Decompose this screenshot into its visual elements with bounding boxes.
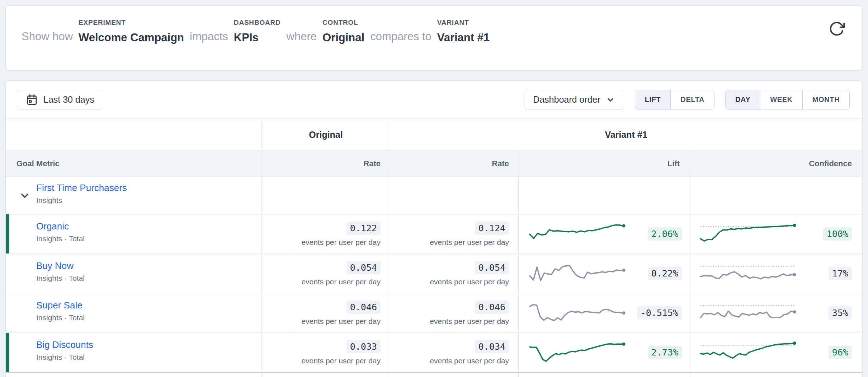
significance-bar <box>6 214 9 253</box>
table-row-organic: Organic Insights · Total 0.122 events pe… <box>6 214 862 253</box>
experiment-label: EXPERIMENT <box>79 19 126 27</box>
table-row-buy-now: Buy Now Insights · Total 0.054 events pe… <box>6 253 862 293</box>
column-header-lift: Lift <box>518 151 689 176</box>
variant-rate-cell: 0.046 events per user per day <box>390 293 518 332</box>
lift-value: -0.515% <box>637 306 682 320</box>
lift-cell: -0.515% <box>518 293 689 332</box>
rate-units: events per user per day <box>301 278 381 286</box>
table-row-big-discounts: Big Discounts Insights · Total 0.033 eve… <box>6 332 862 372</box>
column-header-variant-rate: Rate <box>390 151 518 176</box>
dashboard-selector-group: DASHBOARD KPIs <box>234 19 281 44</box>
sentence-impacts: impacts <box>190 30 228 44</box>
date-range-button[interactable]: Last 30 days <box>17 90 103 110</box>
dashboard-order-dropdown[interactable]: Dashboard order <box>524 90 624 110</box>
dashboard-order-label: Dashboard order <box>533 94 600 105</box>
metric-name-link[interactable]: Big Discounts <box>36 339 93 350</box>
control-column-header: Original <box>261 119 390 150</box>
toolbar-right-group: Dashboard order LIFT DELTA DAY WEEK MONT… <box>524 90 850 110</box>
lift-delta-toggle: LIFT DELTA <box>635 90 714 110</box>
toggle-option-day[interactable]: DAY <box>726 90 760 110</box>
variant-selector-group: VARIANT Variant #1 <box>437 19 490 44</box>
toggle-option-lift[interactable]: LIFT <box>635 90 671 110</box>
dashboard-label: DASHBOARD <box>234 19 281 27</box>
empty-cell <box>261 373 390 377</box>
collapse-group-button[interactable] <box>18 189 32 203</box>
experiment-value[interactable]: Welcome Campaign <box>79 31 184 44</box>
rate-units: events per user per day <box>301 357 381 365</box>
empty-cell <box>689 177 862 214</box>
metrics-table: Original Variant #1 Goal Metric Rate Rat… <box>6 118 862 377</box>
lift-sparkline <box>528 299 626 327</box>
experiment-selector-group: EXPERIMENT Welcome Campaign <box>79 19 184 44</box>
lift-cell: 2.06% <box>518 214 689 253</box>
calendar-icon <box>26 94 38 106</box>
confidence-value: 35% <box>829 306 852 320</box>
variant-rate-value: 0.124 <box>475 222 509 235</box>
control-selector-group: CONTROL Original <box>322 19 364 44</box>
empty-cell <box>518 177 689 214</box>
metric-title-cell: Buy Now Insights · Total <box>6 254 261 293</box>
variant-rate-value: 0.034 <box>475 340 509 353</box>
chevron-down-icon <box>19 190 31 202</box>
rate-units: events per user per day <box>301 238 381 247</box>
control-rate-value: 0.054 <box>346 261 381 274</box>
significance-bar <box>6 333 9 372</box>
sentence-where: where <box>287 30 317 44</box>
empty-cell <box>518 373 689 377</box>
column-header-goal-metric: Goal Metric <box>6 151 261 176</box>
metric-subtitle: Insights · Total <box>36 234 261 243</box>
confidence-cell: 100% <box>689 214 862 253</box>
metric-name-link[interactable]: Super Sale <box>36 300 82 311</box>
variant-label: VARIANT <box>437 19 469 27</box>
table-row-super-sale: Super Sale Insights · Total 0.046 events… <box>6 293 862 332</box>
rate-units: events per user per day <box>430 278 509 286</box>
variant-header-row: Original Variant #1 <box>6 118 862 150</box>
refresh-button[interactable] <box>827 19 846 38</box>
toggle-option-delta[interactable]: DELTA <box>670 90 714 110</box>
empty-cell <box>261 177 390 214</box>
metric-title-cell: Super Sale Insights · Total <box>6 293 261 332</box>
report-toolbar: Last 30 days Dashboard order LIFT DELTA … <box>6 81 862 118</box>
lift-cell: 0.22% <box>518 254 689 293</box>
control-rate-cell: 0.054 events per user per day <box>261 254 390 293</box>
table-row-partial <box>6 372 862 377</box>
control-value[interactable]: Original <box>322 31 364 44</box>
chevron-down-icon <box>606 95 615 104</box>
group-name-link[interactable]: First Time Purchasers <box>36 182 127 194</box>
confidence-cell: 96% <box>689 333 862 372</box>
experiment-sentence: Show how EXPERIMENT Welcome Campaign imp… <box>22 19 490 44</box>
empty-cell <box>390 177 518 214</box>
metric-title-cell: Organic Insights · Total <box>6 214 261 253</box>
rate-units: events per user per day <box>430 357 509 365</box>
control-rate-cell: 0.046 events per user per day <box>261 293 390 332</box>
lift-sparkline <box>528 259 626 288</box>
experiment-report-card: Last 30 days Dashboard order LIFT DELTA … <box>5 80 862 377</box>
control-rate-value: 0.033 <box>346 340 381 353</box>
column-header-control-rate: Rate <box>261 151 390 176</box>
empty-cell <box>6 373 261 377</box>
confidence-sparkline <box>699 259 796 288</box>
variant-rate-cell: 0.054 events per user per day <box>390 254 518 293</box>
variant-header-spacer <box>6 119 261 150</box>
metric-name-link[interactable]: Organic <box>36 221 69 232</box>
variant-value[interactable]: Variant #1 <box>437 31 490 44</box>
lift-value: 2.06% <box>648 227 682 241</box>
control-rate-cell: 0.033 events per user per day <box>261 333 390 372</box>
dashboard-value[interactable]: KPIs <box>234 31 259 44</box>
empty-cell <box>390 373 518 377</box>
lift-cell: 2.73% <box>518 333 689 372</box>
rate-units: events per user per day <box>430 317 509 326</box>
toggle-option-month[interactable]: MONTH <box>802 90 849 110</box>
empty-cell <box>689 373 862 377</box>
granularity-toggle: DAY WEEK MONTH <box>725 90 850 110</box>
metric-name-link[interactable]: Buy Now <box>36 260 74 271</box>
confidence-value: 100% <box>823 227 852 241</box>
metric-group-row: First Time Purchasers Insights <box>6 176 862 214</box>
confidence-value: 96% <box>829 346 852 359</box>
variant-column-header: Variant #1 <box>390 119 862 150</box>
control-rate-value: 0.046 <box>346 301 381 314</box>
toggle-option-week[interactable]: WEEK <box>760 90 802 110</box>
group-subtitle: Insights <box>36 196 261 205</box>
confidence-sparkline <box>699 220 796 248</box>
date-range-label: Last 30 days <box>43 94 94 105</box>
